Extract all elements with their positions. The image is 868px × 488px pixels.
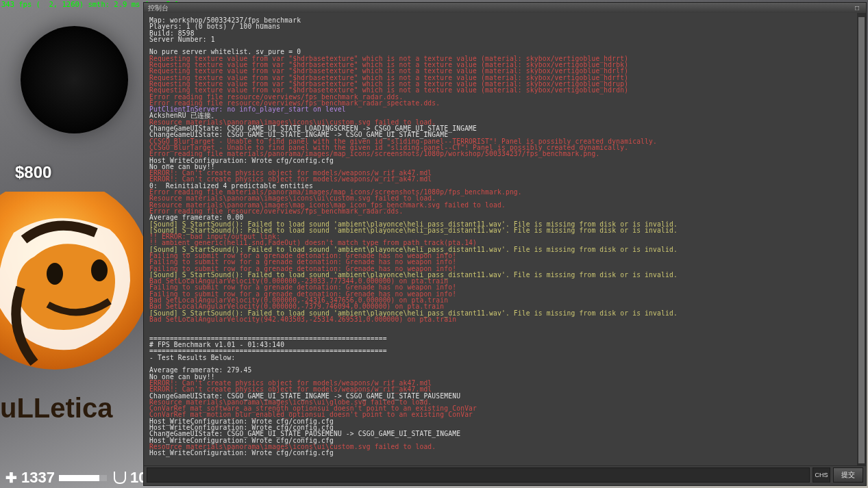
svg-point-2 (91, 259, 108, 281)
console-line: Bad SetLocalAngularVelocity(942.403503,-… (149, 316, 456, 323)
console-line: Server Number: 1 (149, 36, 215, 43)
scrollbar-thumb[interactable] (858, 17, 865, 463)
console-titlebar[interactable]: 控制台 □ (144, 3, 866, 13)
close-icon[interactable]: □ (855, 5, 862, 12)
money-display: $800 (15, 163, 51, 182)
team-name: uLLetica (0, 393, 113, 423)
console-output[interactable]: Map: workshop/500334237/fps_benchmark Pl… (144, 13, 857, 465)
console-line: - Test Results Below: (149, 354, 236, 361)
health-value: 1337 (21, 469, 55, 487)
submit-button[interactable]: 提交 (833, 467, 863, 483)
console-line: Host_WriteConfiguration: Wrote cfg/confi… (149, 449, 334, 457)
radar (21, 26, 128, 133)
developer-console: 控制台 □ Map: workshop/500334237/fps_benchm… (144, 3, 866, 485)
ime-indicator[interactable]: CHS (813, 467, 830, 483)
svg-point-1 (47, 263, 63, 285)
console-input[interactable] (147, 467, 810, 483)
console-input-row: CHS 提交 (144, 465, 866, 485)
health-bar (59, 475, 107, 481)
armor-icon (114, 472, 126, 484)
health-icon: ✚ (5, 470, 17, 486)
console-scrollbar[interactable] (857, 13, 866, 465)
console-title: 控制台 (148, 3, 169, 13)
